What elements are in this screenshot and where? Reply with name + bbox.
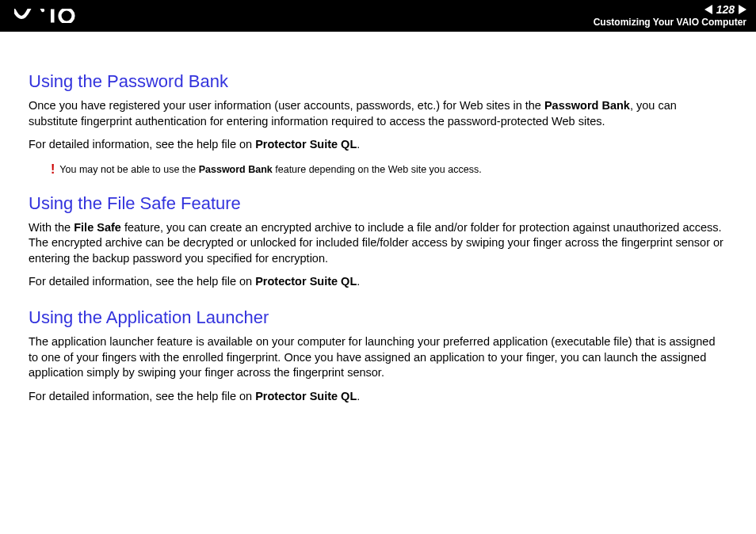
- vaio-logo: [14, 9, 87, 23]
- heading: Using the File Safe Feature: [29, 193, 727, 214]
- text: feature, you can create an encrypted arc…: [29, 221, 724, 265]
- text-bold: File Safe: [74, 221, 121, 234]
- text: .: [357, 390, 360, 402]
- text: For detailed information, see the help f…: [29, 390, 255, 402]
- page-number: 128: [715, 2, 736, 17]
- prev-page-icon[interactable]: [704, 5, 712, 14]
- paragraph: For detailed information, see the help f…: [29, 137, 727, 153]
- text: You may not be able to use the: [59, 164, 198, 175]
- section-label: Customizing Your VAIO Computer: [594, 17, 746, 29]
- text-bold: Password Bank: [544, 99, 630, 112]
- vaio-logo-svg: [14, 9, 87, 23]
- text-bold: Protector Suite QL: [255, 275, 357, 288]
- text: Once you have registered your user infor…: [29, 99, 544, 112]
- page-header: 128 Customizing Your VAIO Computer: [0, 0, 756, 32]
- section-password-bank: Using the Password Bank Once you have re…: [29, 71, 727, 176]
- text: The application launcher feature is avai…: [29, 335, 715, 379]
- header-right: 128 Customizing Your VAIO Computer: [594, 2, 746, 29]
- text: With the: [29, 221, 74, 234]
- warning-icon: !: [51, 163, 55, 176]
- page-nav: 128: [594, 2, 746, 17]
- paragraph: For detailed information, see the help f…: [29, 389, 727, 405]
- paragraph: For detailed information, see the help f…: [29, 274, 727, 290]
- text-bold: Protector Suite QL: [255, 390, 357, 402]
- next-page-icon[interactable]: [739, 5, 746, 14]
- section-file-safe: Using the File Safe Feature With the Fil…: [29, 193, 727, 290]
- text-bold: Password Bank: [199, 164, 273, 175]
- page-content: Using the Password Bank Once you have re…: [0, 32, 756, 437]
- paragraph: Once you have registered your user infor…: [29, 98, 727, 129]
- text: For detailed information, see the help f…: [29, 275, 255, 288]
- heading: Using the Password Bank: [29, 71, 727, 92]
- heading: Using the Application Launcher: [29, 307, 727, 328]
- paragraph: With the File Safe feature, you can crea…: [29, 220, 727, 267]
- text: .: [357, 138, 360, 151]
- text: .: [357, 275, 360, 288]
- section-application-launcher: Using the Application Launcher The appli…: [29, 307, 727, 404]
- text: For detailed information, see the help f…: [29, 138, 255, 151]
- note: ! You may not be able to use the Passwor…: [51, 164, 727, 176]
- note-text: You may not be able to use the Password …: [59, 164, 481, 175]
- text: feature depending on the Web site you ac…: [273, 164, 482, 175]
- svg-rect-0: [51, 10, 55, 23]
- text-bold: Protector Suite QL: [255, 138, 357, 151]
- paragraph: The application launcher feature is avai…: [29, 334, 727, 381]
- svg-point-1: [60, 10, 74, 23]
